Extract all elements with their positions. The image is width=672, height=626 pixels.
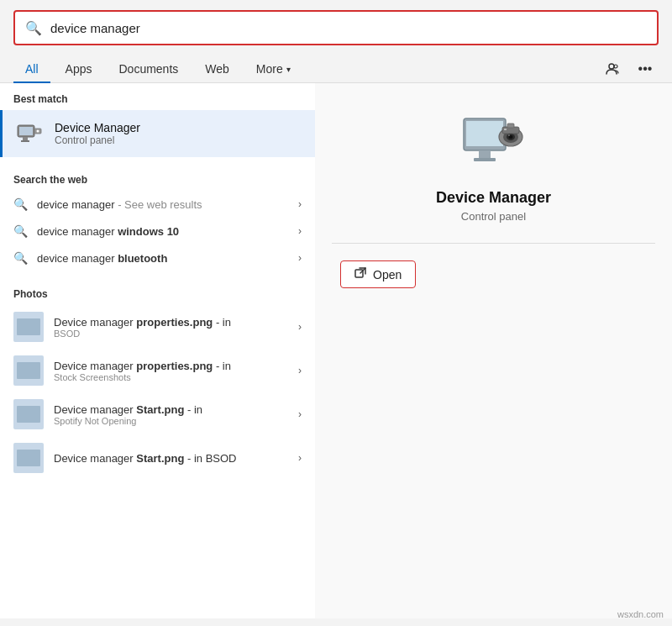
- tab-web[interactable]: Web: [193, 55, 241, 82]
- main-content: Best match Device Manager Control panel …: [0, 83, 672, 618]
- open-button[interactable]: Open: [340, 260, 416, 288]
- photo-item-1[interactable]: Device manager properties.png - in BSOD …: [0, 305, 315, 349]
- best-match-header: Best match: [0, 83, 315, 110]
- search-web-icon-2: 🔍: [13, 224, 27, 238]
- svg-rect-19: [504, 129, 507, 130]
- svg-rect-10: [479, 150, 491, 158]
- open-button-label: Open: [373, 268, 402, 281]
- photo-arrow-3: ›: [298, 408, 302, 420]
- left-panel: Best match Device Manager Control panel …: [0, 83, 315, 618]
- arrow-icon-3: ›: [298, 252, 302, 264]
- photo-subtitle-2: Stock Screenshots: [54, 372, 298, 382]
- tab-all[interactable]: All: [13, 55, 50, 82]
- tabs-bar: All Apps Documents Web More ▾ •••: [0, 55, 672, 83]
- tab-more-label: More: [256, 62, 283, 76]
- photo-thumb-3: [13, 399, 44, 429]
- device-manager-small-icon: [14, 118, 45, 149]
- search-web-header: Search the web: [0, 164, 315, 191]
- watermark: wsxdn.com: [617, 609, 664, 619]
- photos-header: Photos: [0, 278, 315, 305]
- svg-rect-4: [23, 137, 28, 140]
- web-search-text-1: device manager - See web results: [37, 198, 298, 211]
- photo-text-4: Device manager Start.png - in BSOD: [54, 452, 298, 465]
- svg-rect-18: [507, 124, 514, 128]
- photo-arrow-4: ›: [298, 452, 302, 464]
- search-web-icon-1: 🔍: [13, 197, 27, 211]
- arrow-icon-2: ›: [298, 225, 302, 237]
- photo-item-4[interactable]: Device manager Start.png - in BSOD ›: [0, 436, 315, 480]
- search-icon: 🔍: [25, 20, 42, 36]
- photo-title-1: Device manager properties.png - in: [54, 316, 298, 329]
- right-panel: Device Manager Control panel Open: [315, 83, 672, 618]
- photo-thumb-4: [13, 443, 44, 473]
- svg-rect-11: [474, 158, 496, 161]
- user-accounts-icon[interactable]: [598, 55, 625, 82]
- panel-divider: [332, 243, 655, 244]
- photo-title-2: Device manager properties.png - in: [54, 360, 298, 372]
- best-match-title: Device Manager: [55, 121, 140, 134]
- right-app-name: Device Manager: [436, 189, 551, 207]
- chevron-down-icon: ▾: [286, 65, 291, 74]
- photo-subtitle-1: BSOD: [54, 329, 298, 339]
- web-search-text-2: device manager windows 10: [37, 225, 298, 238]
- photo-text-1: Device manager properties.png - in BSOD: [54, 316, 298, 339]
- photo-arrow-2: ›: [298, 365, 302, 376]
- right-app-subtitle: Control panel: [461, 210, 526, 223]
- photo-title-4: Device manager Start.png - in BSOD: [54, 452, 298, 465]
- best-match-subtitle: Control panel: [55, 134, 140, 146]
- photo-item-3[interactable]: Device manager Start.png - in Spotify No…: [0, 392, 315, 436]
- svg-rect-5: [21, 140, 29, 142]
- web-search-text-3: device manager bluetooth: [37, 252, 298, 265]
- tab-more[interactable]: More ▾: [244, 55, 302, 82]
- svg-point-7: [37, 130, 39, 133]
- photo-thumb-1: [13, 312, 44, 342]
- tab-documents[interactable]: Documents: [107, 55, 190, 82]
- web-search-item-2[interactable]: 🔍 device manager windows 10 ›: [0, 218, 315, 245]
- svg-point-16: [508, 134, 510, 136]
- device-manager-large-icon: [460, 108, 528, 176]
- photo-subtitle-3: Spotify Not Opening: [54, 416, 298, 426]
- photo-arrow-1: ›: [298, 321, 302, 333]
- svg-point-0: [609, 64, 614, 69]
- more-options-icon[interactable]: •••: [632, 55, 659, 82]
- svg-rect-9: [466, 121, 503, 146]
- open-external-icon: [354, 267, 366, 281]
- photo-thumb-2: [13, 355, 44, 386]
- arrow-icon-1: ›: [298, 198, 302, 210]
- tab-apps[interactable]: Apps: [54, 55, 104, 82]
- photo-text-3: Device manager Start.png - in Spotify No…: [54, 403, 298, 426]
- best-match-text: Device Manager Control panel: [55, 121, 140, 146]
- best-match-item[interactable]: Device Manager Control panel: [0, 110, 315, 157]
- photo-text-2: Device manager properties.png - in Stock…: [54, 360, 298, 382]
- search-query: device manager: [50, 21, 647, 35]
- web-search-item-3[interactable]: 🔍 device manager bluetooth ›: [0, 245, 315, 271]
- tab-icon-group: •••: [598, 55, 659, 82]
- search-web-section: Search the web 🔍 device manager - See we…: [0, 160, 315, 275]
- photo-item-2[interactable]: Device manager properties.png - in Stock…: [0, 349, 315, 392]
- search-web-icon-3: 🔍: [13, 251, 27, 265]
- svg-rect-3: [19, 127, 33, 135]
- svg-point-1: [614, 65, 617, 68]
- search-bar[interactable]: 🔍 device manager: [13, 10, 659, 45]
- photos-section: Photos Device manager properties.png - i…: [0, 275, 315, 483]
- web-search-item-1[interactable]: 🔍 device manager - See web results ›: [0, 191, 315, 218]
- photo-title-3: Device manager Start.png - in: [54, 403, 298, 416]
